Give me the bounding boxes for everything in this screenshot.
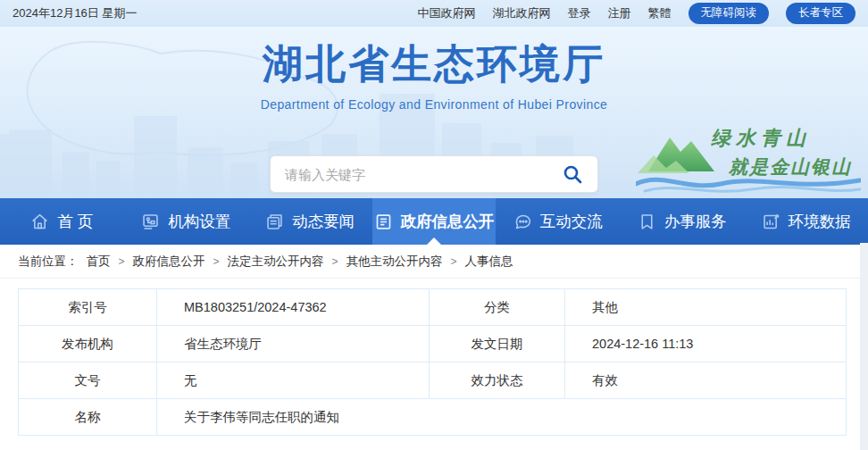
- home-icon: [30, 212, 49, 231]
- green-mountain-slogan-graphic: 绿水青山 就是金山银山: [636, 109, 861, 198]
- breadcrumb-separator: >: [213, 255, 220, 268]
- title-label: 名称: [19, 399, 157, 436]
- nav-label: 互动交流: [540, 211, 603, 232]
- top-utility-bar: 2024年12月16日 星期一 中国政府网 湖北政府网 登录 注册 繁體 无障碍…: [0, 0, 868, 27]
- nav-label: 动态要闻: [292, 211, 355, 232]
- table-row: 发布机构 省生态环境厅 发文日期 2024-12-16 11:13: [19, 326, 847, 362]
- document-number-value: 无: [157, 362, 430, 399]
- category-value: 其他: [565, 289, 847, 326]
- breadcrumb: 当前位置： 首页 > 政府信息公开 > 法定主动公开内容 > 其他主动公开内容 …: [0, 245, 868, 279]
- gov-info-icon: [374, 212, 393, 231]
- news-icon: [265, 212, 284, 231]
- search-icon: [562, 163, 583, 185]
- nav-label: 首 页: [57, 211, 93, 232]
- org-icon: [141, 212, 160, 231]
- breadcrumb-home[interactable]: 首页: [87, 254, 111, 270]
- breadcrumb-statutory-disclosure[interactable]: 法定主动公开内容: [228, 254, 324, 270]
- link-hubei-gov[interactable]: 湖北政府网: [493, 5, 551, 21]
- nav-item-organization[interactable]: 机构设置: [124, 198, 248, 245]
- nav-item-environment-data[interactable]: 环境数据: [744, 198, 868, 245]
- nav-label: 机构设置: [168, 211, 230, 232]
- nav-label: 政府信息公开: [401, 211, 495, 232]
- site-header: 湖北省生态环境厅 Department of Ecology and Envir…: [0, 27, 868, 198]
- index-number-value: MB1803251/2024-47362: [157, 289, 430, 326]
- breadcrumb-separator: >: [332, 255, 338, 268]
- issuing-agency-label: 发布机构: [19, 326, 157, 362]
- breadcrumb-personnel-info[interactable]: 人事信息: [465, 254, 513, 270]
- nav-item-services[interactable]: 办事服务: [620, 198, 744, 245]
- breadcrumb-separator: >: [119, 255, 125, 268]
- document-metadata-section: 索引号 MB1803251/2024-47362 分类 其他 发布机构 省生态环…: [0, 279, 868, 436]
- slogan-line2: 就是金山银山: [728, 155, 852, 178]
- site-title: 湖北省生态环境厅: [261, 38, 608, 91]
- main-navigation: 首 页 机构设置 动态要闻 政府信息公开 互动交流 办事服务: [0, 198, 868, 245]
- site-logo: 湖北省生态环境厅 Department of Ecology and Envir…: [261, 38, 608, 112]
- table-row: 索引号 MB1803251/2024-47362 分类 其他: [19, 289, 847, 326]
- breadcrumb-separator: >: [451, 255, 457, 268]
- nav-item-home[interactable]: 首 页: [0, 198, 124, 245]
- issue-date-label: 发文日期: [430, 326, 565, 362]
- link-china-gov[interactable]: 中国政府网: [418, 5, 476, 21]
- bookmark-icon: [638, 212, 656, 231]
- document-number-label: 文号: [19, 362, 157, 399]
- accessibility-reading-button[interactable]: 无障碍阅读: [689, 3, 770, 24]
- elderly-zone-button[interactable]: 长者专区: [786, 3, 855, 24]
- link-register[interactable]: 注册: [608, 5, 631, 21]
- table-row: 文号 无 效力状态 有效: [19, 362, 847, 399]
- title-value: 关于李伟等同志任职的通知: [157, 399, 847, 436]
- data-icon: [762, 212, 780, 231]
- slogan-line1: 绿水青山: [711, 126, 811, 149]
- nav-item-government-information[interactable]: 政府信息公开: [372, 198, 497, 245]
- validity-status-value: 有效: [565, 362, 847, 399]
- index-number-label: 索引号: [19, 289, 157, 326]
- document-metadata-table: 索引号 MB1803251/2024-47362 分类 其他 发布机构 省生态环…: [18, 288, 847, 436]
- nav-item-news[interactable]: 动态要闻: [248, 198, 372, 245]
- active-tab-notch: [427, 238, 441, 245]
- validity-status-label: 效力状态: [430, 362, 565, 399]
- chat-icon: [513, 212, 532, 231]
- nav-label: 环境数据: [789, 211, 851, 232]
- nav-label: 办事服务: [664, 211, 727, 232]
- link-login[interactable]: 登录: [568, 5, 591, 21]
- site-subtitle-english: Department of Ecology and Environment of…: [261, 97, 608, 112]
- breadcrumb-prefix: 当前位置：: [18, 254, 79, 270]
- issue-date-value: 2024-12-16 11:13: [565, 326, 847, 362]
- nav-item-interaction[interactable]: 互动交流: [496, 198, 620, 245]
- search-input[interactable]: [285, 167, 553, 182]
- breadcrumb-other-disclosure[interactable]: 其他主动公开内容: [346, 254, 443, 270]
- site-search: [270, 155, 598, 193]
- search-button[interactable]: [553, 158, 592, 190]
- link-traditional-chinese[interactable]: 繁體: [648, 5, 672, 21]
- category-label: 分类: [430, 289, 565, 326]
- issuing-agency-value: 省生态环境厅: [157, 326, 430, 362]
- breadcrumb-gov-info[interactable]: 政府信息公开: [133, 254, 205, 270]
- table-row: 名称 关于李伟等同志任职的通知: [19, 399, 847, 436]
- current-date: 2024年12月16日 星期一: [13, 5, 137, 21]
- vertical-scrollbar[interactable]: [860, 243, 868, 450]
